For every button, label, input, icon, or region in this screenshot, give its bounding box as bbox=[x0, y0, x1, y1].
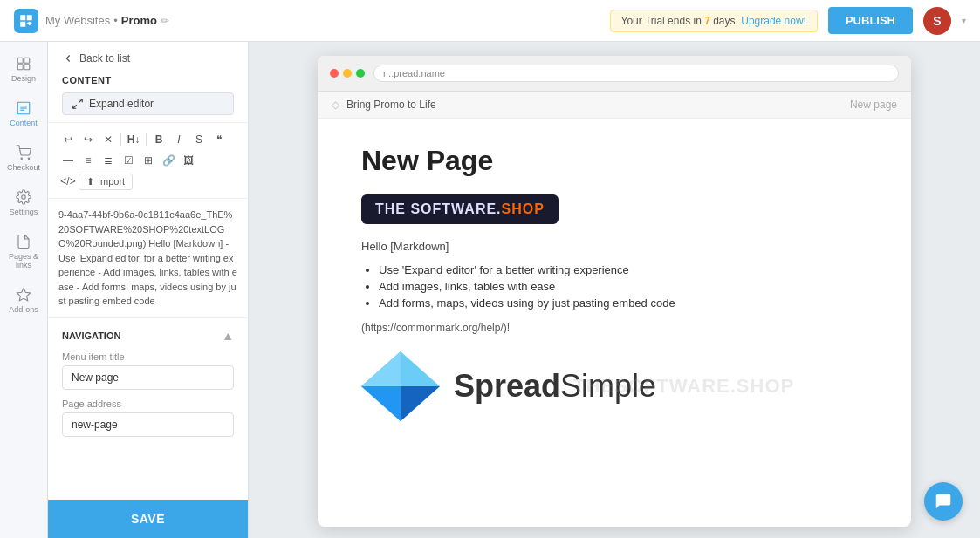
edit-page-name-icon[interactable]: ✏ bbox=[161, 15, 169, 27]
dot-red bbox=[330, 69, 339, 78]
toolbar-ol[interactable]: ≣ bbox=[99, 151, 118, 170]
preview-area: r...pread.name ◇ Bring Promo to Life New… bbox=[249, 42, 980, 538]
preview-logo-wrapper: SpreadSimple THESOFTWARE.SHOP bbox=[361, 351, 867, 421]
sidebar-item-content[interactable]: Content bbox=[3, 93, 45, 134]
back-to-list-link[interactable]: Back to list bbox=[62, 52, 234, 65]
sidebar-item-design[interactable]: Design bbox=[3, 49, 45, 90]
top-bar-left: My Websites • Promo ✏ bbox=[14, 9, 169, 33]
svg-marker-11 bbox=[17, 289, 31, 301]
preview-logo-badge: THE SOFTWARE.SHOP bbox=[361, 194, 559, 224]
svg-rect-0 bbox=[17, 58, 23, 63]
preview-page-title: New Page bbox=[361, 145, 867, 177]
avatar-chevron-icon[interactable]: ▾ bbox=[962, 16, 966, 25]
toolbar-heading[interactable]: H↓ bbox=[124, 130, 143, 149]
toolbar-undo[interactable]: ↩ bbox=[58, 130, 78, 149]
toolbar-strikethrough[interactable]: S bbox=[189, 130, 209, 149]
list-item: Use 'Expand editor' for a better writing… bbox=[379, 263, 867, 276]
toolbar-row-3: </> ⬆ Import bbox=[58, 172, 133, 191]
svg-marker-17 bbox=[361, 351, 401, 386]
avatar[interactable]: S bbox=[923, 7, 951, 35]
main-layout: Design Content Checkout Settings Pages &… bbox=[0, 42, 980, 538]
sidebar-header: Back to list CONTENT Expand editor bbox=[48, 42, 248, 122]
app-logo[interactable] bbox=[14, 9, 38, 33]
svg-point-8 bbox=[21, 158, 23, 160]
sidebar-item-checkout[interactable]: Checkout bbox=[3, 138, 45, 179]
editor-toolbar: ↩ ↪ ✕ H↓ B I S ❝ — ≡ ≣ ☑ ⊞ 🔗 🖼 < bbox=[48, 122, 248, 199]
toolbar-quote[interactable]: ❝ bbox=[209, 130, 229, 149]
preview-list: Use 'Expand editor' for a better writing… bbox=[361, 263, 867, 310]
svg-marker-16 bbox=[401, 386, 440, 421]
svg-rect-3 bbox=[24, 65, 30, 70]
left-nav: Design Content Checkout Settings Pages &… bbox=[0, 42, 48, 538]
page-address-group: Page address bbox=[62, 398, 234, 437]
browser-dots bbox=[330, 69, 365, 78]
editor-content-area[interactable]: 9-4aa7-44bf-9b6a-0c1811c4aa6e_ThE%20SOFT… bbox=[48, 199, 248, 317]
toolbar-image[interactable]: 🖼 bbox=[179, 151, 198, 170]
svg-rect-1 bbox=[24, 58, 30, 63]
toolbar-table[interactable]: ⊞ bbox=[139, 151, 158, 170]
svg-rect-2 bbox=[17, 65, 23, 70]
navigation-section-header: NAVIGATION ▲ bbox=[62, 329, 234, 343]
preview-content: New Page THE SOFTWARE.SHOP Hello [Markdo… bbox=[318, 119, 911, 447]
breadcrumb-separator: • bbox=[113, 14, 118, 27]
page-address-input[interactable] bbox=[62, 412, 234, 437]
browser-chrome: r...pread.name bbox=[318, 56, 911, 92]
navigation-collapse-button[interactable]: ▲ bbox=[222, 329, 234, 343]
top-bar-right: Your Trial ends in 7 days. Upgrade now! … bbox=[610, 7, 966, 35]
toolbar-ul[interactable]: ≡ bbox=[79, 151, 98, 170]
navigation-section-title: NAVIGATION bbox=[62, 330, 120, 341]
list-item: Add images, links, tables with ease bbox=[379, 280, 867, 293]
sidebar-item-addons[interactable]: Add-ons bbox=[3, 280, 45, 321]
upgrade-link[interactable]: Upgrade now! bbox=[741, 15, 806, 27]
preview-logo-text: THE SOFTWARE.SHOP bbox=[375, 201, 545, 216]
preview-link: (https://commonmark.org/help/)! bbox=[361, 322, 867, 334]
breadcrumb-parent[interactable]: My Websites bbox=[45, 14, 110, 27]
toolbar-checklist[interactable]: ☑ bbox=[119, 151, 138, 170]
svg-point-10 bbox=[22, 195, 26, 200]
preview-new-page-link[interactable]: New page bbox=[850, 99, 897, 111]
publish-button[interactable]: PUBLISH bbox=[828, 7, 913, 34]
list-item: Add forms, maps, videos using by just pa… bbox=[379, 296, 867, 310]
toolbar-row-1: ↩ ↪ ✕ H↓ B I S ❝ bbox=[58, 130, 229, 149]
navigation-section: NAVIGATION ▲ Menu item title Page addres… bbox=[48, 317, 248, 456]
toolbar-sep-1 bbox=[120, 133, 121, 146]
sidebar-item-settings[interactable]: Settings bbox=[3, 182, 45, 223]
page-breadcrumb: ◇ Bring Promo to Life bbox=[332, 99, 436, 111]
sidebar-content-area: 9-4aa7-44bf-9b6a-0c1811c4aa6e_ThE%20SOFT… bbox=[48, 199, 248, 500]
breadcrumb-current: Promo bbox=[121, 14, 157, 27]
svg-line-13 bbox=[73, 105, 77, 108]
browser-tabs: ◇ Bring Promo to Life New page bbox=[318, 92, 911, 119]
menu-item-title-group: Menu item title bbox=[62, 351, 234, 390]
svg-marker-15 bbox=[361, 386, 401, 421]
toolbar-link[interactable]: 🔗 bbox=[159, 151, 178, 170]
toolbar-clear[interactable]: ✕ bbox=[99, 130, 118, 149]
svg-line-12 bbox=[79, 99, 82, 103]
toolbar-redo[interactable]: ↪ bbox=[79, 130, 98, 149]
chat-button[interactable] bbox=[924, 482, 963, 521]
toolbar-italic[interactable]: I bbox=[169, 130, 188, 149]
preview-logo-shape bbox=[361, 351, 440, 421]
toolbar-import[interactable]: ⬆ Import bbox=[79, 174, 133, 190]
save-button[interactable]: SAVE bbox=[48, 500, 248, 538]
sidebar: Back to list CONTENT Expand editor ↩ ↪ ✕… bbox=[48, 42, 249, 538]
content-section-title: CONTENT bbox=[62, 75, 234, 85]
menu-item-title-input[interactable] bbox=[62, 365, 234, 390]
breadcrumb: My Websites • Promo ✏ bbox=[45, 14, 169, 27]
menu-item-title-label: Menu item title bbox=[62, 351, 234, 362]
svg-point-9 bbox=[28, 158, 30, 160]
page-address-label: Page address bbox=[62, 398, 234, 409]
expand-editor-button[interactable]: Expand editor bbox=[62, 92, 234, 115]
top-bar: My Websites • Promo ✏ Your Trial ends in… bbox=[0, 0, 980, 42]
breadcrumb-page-icon: ◇ bbox=[332, 99, 339, 111]
preview-brand-text: SpreadSimple bbox=[454, 368, 656, 405]
breadcrumb-page-text: Bring Promo to Life bbox=[346, 99, 436, 111]
sidebar-item-pages[interactable]: Pages & links bbox=[3, 227, 45, 276]
dot-yellow bbox=[343, 69, 352, 78]
editor-text[interactable]: 9-4aa7-44bf-9b6a-0c1811c4aa6e_ThE%20SOFT… bbox=[58, 208, 237, 309]
toolbar-code[interactable]: </> bbox=[58, 172, 78, 191]
address-bar[interactable]: r...pread.name bbox=[373, 65, 899, 82]
browser-window: r...pread.name ◇ Bring Promo to Life New… bbox=[318, 56, 911, 527]
toolbar-bold[interactable]: B bbox=[149, 130, 168, 149]
preview-hello: Hello [Markdown] bbox=[361, 240, 867, 253]
toolbar-hr[interactable]: — bbox=[58, 151, 78, 170]
